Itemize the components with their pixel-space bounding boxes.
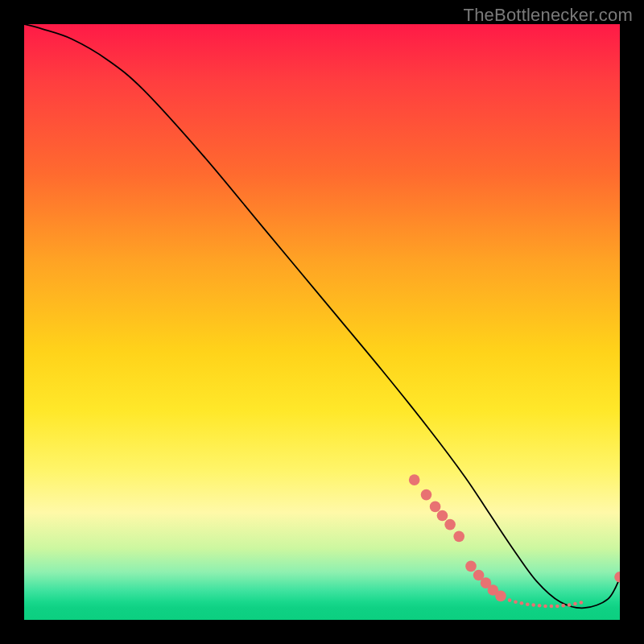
data-point <box>465 561 477 572</box>
data-point <box>495 591 506 602</box>
chart-markers <box>409 474 620 608</box>
data-point <box>531 603 535 607</box>
data-point <box>568 603 572 607</box>
data-point <box>437 510 448 522</box>
data-point <box>421 489 432 501</box>
data-point <box>550 605 554 609</box>
data-point <box>409 474 420 485</box>
watermark-label: TheBottlenecker.com <box>464 5 633 26</box>
data-point <box>543 605 547 609</box>
data-point <box>561 604 565 608</box>
data-point <box>538 604 542 608</box>
data-point <box>526 602 530 606</box>
data-point <box>453 531 464 543</box>
chart-root: TheBottlenecker.com <box>0 0 644 644</box>
data-point <box>508 598 512 602</box>
chart-svg <box>24 24 620 620</box>
data-point <box>573 602 577 606</box>
data-point <box>580 601 584 605</box>
data-point <box>614 572 620 583</box>
data-point <box>555 605 559 609</box>
data-point <box>514 601 518 605</box>
data-point <box>520 601 524 605</box>
data-point <box>444 519 456 530</box>
data-point <box>430 502 441 513</box>
plot-area <box>24 24 620 620</box>
bottleneck-curve <box>24 24 620 608</box>
